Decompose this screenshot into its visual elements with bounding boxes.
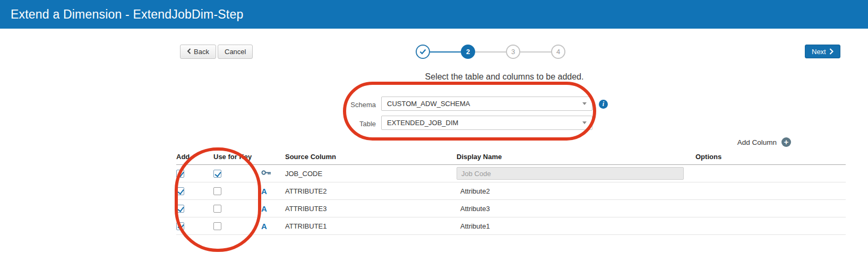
table-label: Table	[308, 120, 376, 128]
table-header-row: Add Use for Key Source Column Display Na…	[176, 153, 846, 165]
columns-table: Add Use for Key Source Column Display Na…	[176, 153, 846, 235]
schema-dropdown-value: CUSTOM_ADW_SCHEMA	[382, 100, 582, 108]
table-row: JOB_CODE	[176, 165, 846, 182]
titlebar: Extend a Dimension - ExtendJobDim-Step	[0, 0, 868, 29]
checkmark-icon	[419, 49, 426, 55]
back-button-label: Back	[194, 48, 209, 56]
app-window: Extend a Dimension - ExtendJobDim-Step B…	[0, 0, 868, 271]
add-column-label: Add Column	[737, 138, 777, 146]
table-dropdown[interactable]: EXTENDED_JOB_DIM	[381, 116, 592, 130]
header-options: Options	[695, 153, 846, 165]
options-cell	[695, 217, 846, 235]
add-checkbox[interactable]	[176, 205, 184, 213]
display-name-input[interactable]	[457, 167, 684, 180]
next-button-label: Next	[812, 48, 826, 56]
chevron-left-icon	[187, 48, 191, 56]
use-for-key-checkbox[interactable]	[213, 222, 221, 230]
cancel-button[interactable]: Cancel	[218, 45, 253, 59]
options-cell	[695, 165, 846, 182]
table-dropdown-value: EXTENDED_JOB_DIM	[382, 119, 582, 127]
table-row: ATTRIBUTE1 Attribute1	[176, 217, 846, 235]
schema-label: Schema	[308, 101, 376, 109]
wizard-connector-3-4	[520, 51, 551, 53]
instruction-text: Select the table and columns to be added…	[239, 72, 770, 82]
wizard-step-1-complete[interactable]	[416, 45, 430, 59]
display-name-text: Attribute3	[457, 205, 490, 213]
wizard-step-2-active[interactable]: 2	[461, 45, 475, 59]
table-row: ATTRIBUTE2 Attribute2	[176, 182, 846, 200]
wizard-progress: 2 3 4	[416, 45, 565, 59]
wizard-step-4-label: 4	[556, 48, 560, 56]
back-button[interactable]: Back	[180, 45, 216, 59]
wizard-step-4[interactable]: 4	[551, 45, 565, 59]
add-checkbox[interactable]	[176, 222, 184, 230]
source-column-cell: ATTRIBUTE3	[285, 200, 457, 217]
wizard-step-2-label: 2	[466, 48, 470, 56]
wizard-connector-2-3	[475, 51, 506, 53]
display-name-text: Attribute2	[457, 187, 490, 195]
source-column-cell: ATTRIBUTE2	[285, 182, 457, 200]
plus-circle-icon	[781, 137, 791, 147]
header-source-column: Source Column	[285, 153, 457, 165]
header-type-icon	[261, 153, 285, 165]
header-use-for-key: Use for Key	[213, 153, 261, 165]
chevron-down-icon	[582, 102, 587, 105]
use-for-key-checkbox[interactable]	[213, 205, 221, 213]
source-column-cell: ATTRIBUTE1	[285, 217, 457, 235]
next-button[interactable]: Next	[805, 45, 840, 58]
page-title: Extend a Dimension - ExtendJobDim-Step	[0, 0, 868, 29]
add-column-button[interactable]: Add Column	[737, 137, 791, 147]
info-icon[interactable]	[599, 100, 608, 109]
use-for-key-checkbox[interactable]	[213, 170, 221, 178]
options-cell	[695, 182, 846, 200]
attribute-icon	[261, 187, 267, 196]
attribute-icon	[261, 222, 267, 231]
source-column-cell: JOB_CODE	[285, 165, 457, 182]
key-icon	[261, 169, 271, 176]
add-checkbox[interactable]	[176, 187, 184, 195]
chevron-down-icon	[582, 121, 587, 124]
schema-dropdown[interactable]: CUSTOM_ADW_SCHEMA	[381, 97, 592, 111]
header-display-name: Display Name	[457, 153, 695, 165]
use-for-key-checkbox[interactable]	[213, 187, 221, 195]
table-row: ATTRIBUTE3 Attribute3	[176, 200, 846, 217]
wizard-step-3[interactable]: 3	[506, 45, 520, 59]
attribute-icon	[261, 204, 267, 213]
cancel-button-label: Cancel	[225, 48, 246, 56]
options-cell	[695, 200, 846, 217]
wizard-step-3-label: 3	[511, 48, 515, 56]
wizard-connector-1-2	[430, 51, 461, 53]
display-name-text: Attribute1	[457, 222, 490, 230]
header-add: Add	[176, 153, 213, 165]
annotation-oval-schema-table	[343, 82, 596, 141]
add-checkbox[interactable]	[176, 170, 184, 178]
chevron-right-icon	[829, 48, 833, 55]
